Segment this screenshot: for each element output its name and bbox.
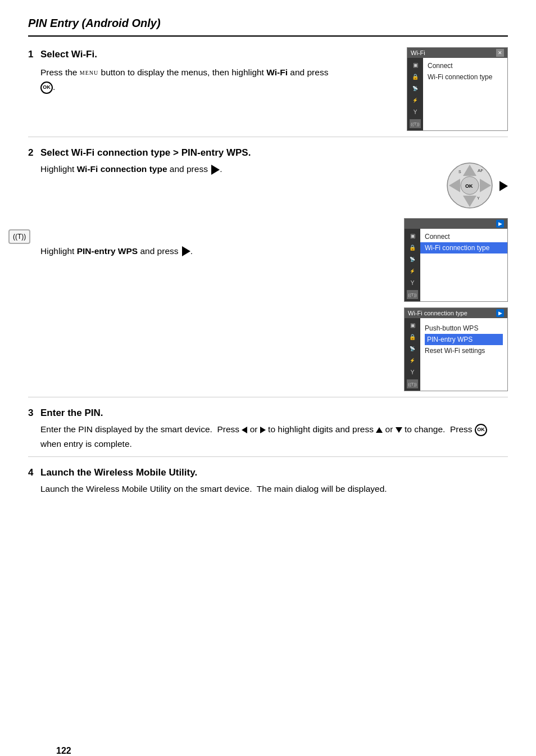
ci-wifi: ((T)) [407, 290, 418, 299]
svg-text:AF: AF [478, 168, 483, 173]
page: PIN Entry (Android Only) 1 Select Wi-Fi.… [28, 17, 508, 756]
wifi-badge-box: ((T)) [8, 229, 30, 244]
sub-item-pushbtn: Push-button WPS [425, 323, 503, 334]
step3-title: Enter the PIN. [40, 408, 103, 419]
ci-3: 📡 [407, 255, 418, 264]
step4-block: 4 Launch the Wireless Mobile Utility. La… [28, 456, 508, 502]
step1-header: 1 Select Wi-Fi. [28, 47, 396, 62]
step2-text1: Highlight Wi-Fi connection type and pres… [40, 162, 393, 176]
wifi-badge-left: ((T)) [8, 229, 30, 244]
camera-menu-2-titlebar: ▶ [405, 219, 507, 229]
camera-menu-item-connect: Connect [423, 60, 507, 71]
step1-title: Select Wi-Fi. [40, 47, 97, 62]
m2-wifi-type: Wi-Fi connection type [420, 242, 507, 253]
camera-menu-1: Wi-Fi ✕ ▣ 🔒 📡 ⚡ Y ((T)) Con [407, 47, 508, 131]
dpad-svg: AF OK S Y [446, 162, 494, 210]
camera-icon-1: ▣ [410, 60, 421, 69]
step2-left: ((T)) Highlight Wi-Fi connection type an… [28, 162, 393, 258]
step2-header: 2 Select Wi-Fi connection type > PIN-ent… [28, 147, 508, 159]
camera-menu-item-wifi-type: Wi-Fi connection type [423, 71, 507, 83]
camera-menu-2-body: ▣ 🔒 📡 ⚡ Y ((T)) Connect Wi-Fi connection… [405, 229, 507, 301]
camera-icons-col-1: ▣ 🔒 📡 ⚡ Y ((T)) [407, 58, 423, 130]
page-number: 122 [56, 746, 71, 756]
si-4: ⚡ [407, 356, 418, 365]
si-wifi: ((T)) [407, 379, 418, 388]
camera-menu-1-title: Wi-Fi [411, 49, 425, 56]
camera-menu-1-body: ▣ 🔒 📡 ⚡ Y ((T)) Connect Wi-Fi connection… [407, 58, 507, 130]
sub-menu-titlebar: Wi-Fi connection type ▶ [405, 308, 507, 318]
step2-title: Select Wi-Fi connection type > PIN-entry… [40, 147, 251, 159]
si-2: 🔒 [407, 332, 418, 341]
arrow-right-icon-2 [182, 246, 190, 256]
step3-text: Enter the PIN displayed by the smart dev… [40, 422, 508, 451]
ci-2: 🔒 [407, 243, 418, 252]
step2-text2: Highlight PIN-entry WPS and press . [40, 244, 393, 259]
step3-block: 3 Enter the PIN. Enter the PIN displayed… [28, 397, 508, 456]
dpad-container: AF OK S Y [446, 162, 508, 210]
step1-image: Wi-Fi ✕ ▣ 🔒 📡 ⚡ Y ((T)) Con [407, 47, 508, 131]
step1-number: 1 [28, 47, 40, 62]
arrow-right-icon-1 [211, 165, 220, 175]
si-3: 📡 [407, 344, 418, 353]
step3-header: 3 Enter the PIN. [28, 408, 508, 419]
camera-icons-2: ▣ 🔒 📡 ⚡ Y ((T)) [405, 229, 420, 301]
camera-menu-1-items: Connect Wi-Fi connection type [423, 58, 507, 130]
sub-menu: Wi-Fi connection type ▶ ▣ 🔒 📡 ⚡ Y ((T)) [404, 307, 508, 391]
camera-icon-wifi: ((T)) [410, 119, 421, 128]
step2-images: AF OK S Y ▶ [404, 162, 508, 391]
ci-5: Y [407, 278, 418, 287]
step1-content: 1 Select Wi-Fi. Press the menu button to… [28, 47, 508, 131]
ok-button-icon: OK [40, 82, 53, 94]
step1-text: 1 Select Wi-Fi. Press the menu button to… [28, 47, 396, 94]
sub-item-reset: Reset Wi-Fi settings [425, 345, 503, 356]
step4-text: Launch the Wireless Mobile Utility on th… [40, 482, 508, 496]
sub-menu-items: Push-button WPS PIN-entry WPS Reset Wi-F… [420, 318, 507, 391]
step4-title: Launch the Wireless Mobile Utility. [40, 467, 197, 478]
camera-icon-5: Y [410, 107, 421, 116]
wifi-conn-type-bold: Wi-Fi connection type [77, 164, 167, 174]
step2-number: 2 [28, 147, 40, 159]
play-icon: ▶ [496, 220, 504, 228]
ci-1: ▣ [407, 231, 418, 240]
si-5: Y [407, 368, 418, 377]
camera-menu-2: ▶ ▣ 🔒 📡 ⚡ Y ((T)) Connect [404, 218, 508, 302]
m2-connect: Connect [420, 231, 507, 242]
sub-menu-icons: ▣ 🔒 📡 ⚡ Y ((T)) [405, 318, 420, 391]
sub-play-icon: ▶ [496, 309, 504, 317]
step2-block: 2 Select Wi-Fi connection type > PIN-ent… [28, 137, 508, 397]
step1-block: 1 Select Wi-Fi. Press the menu button to… [28, 37, 508, 137]
pin-entry-bold: PIN-entry WPS [77, 246, 138, 256]
sub-menu-title: Wi-Fi connection type [408, 310, 467, 316]
svg-text:OK: OK [465, 183, 473, 189]
sub-menu-body: ▣ 🔒 📡 ⚡ Y ((T)) Push-button WPS PIN-entr… [405, 318, 507, 391]
step2-content: ((T)) Highlight Wi-Fi connection type an… [28, 162, 508, 391]
dpad-arrow-right [499, 181, 508, 191]
camera-icon-3: 📡 [410, 84, 421, 93]
down-arrow-icon [396, 427, 402, 433]
right-arrow-icon [260, 427, 266, 433]
wifi-bold: Wi-Fi [266, 67, 288, 77]
step4-number: 4 [28, 467, 40, 478]
step3-number: 3 [28, 408, 40, 419]
ok-icon-step3: OK [475, 424, 487, 436]
svg-text:Y: Y [477, 196, 480, 200]
page-title: PIN Entry (Android Only) [28, 17, 508, 30]
camera-menu-2-items: Connect Wi-Fi connection type [420, 229, 507, 301]
step1-description: Press the menu button to display the men… [40, 65, 396, 94]
svg-text:S: S [458, 170, 461, 174]
sub-item-pin: PIN-entry WPS [425, 334, 503, 345]
camera-menu-1-titlebar: Wi-Fi ✕ [407, 48, 507, 58]
close-icon: ✕ [496, 49, 504, 57]
menu-label: menu [80, 69, 98, 78]
si-1: ▣ [407, 320, 418, 329]
left-arrow-icon [242, 427, 247, 433]
camera-icon-4: ⚡ [410, 96, 421, 105]
ci-4: ⚡ [407, 266, 418, 275]
step4-header: 4 Launch the Wireless Mobile Utility. [28, 467, 508, 478]
camera-icon-2: 🔒 [410, 72, 421, 81]
up-arrow-icon [376, 427, 383, 433]
